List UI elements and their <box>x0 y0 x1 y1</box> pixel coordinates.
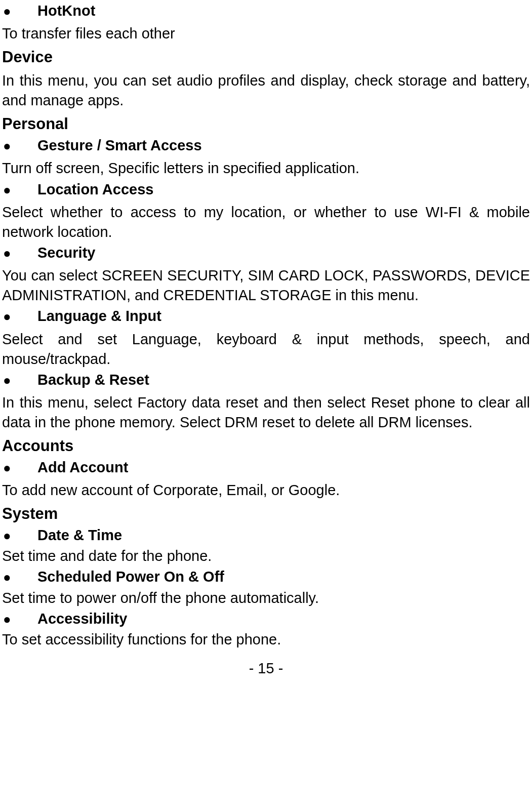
bullet-icon: ● <box>2 183 37 196</box>
bullet-icon: ● <box>2 461 37 474</box>
text-scheduled: Set time to power on/off the phone autom… <box>2 588 530 608</box>
bullet-label: Scheduled Power On & Off <box>37 567 224 587</box>
bullet-label: Location Access <box>37 180 153 199</box>
text-datetime: Set time and date for the phone. <box>2 546 530 566</box>
bullet-hotknot: ● HotKnot <box>2 1 530 21</box>
bullet-label: Backup & Reset <box>37 370 149 390</box>
heading-personal: Personal <box>2 113 530 135</box>
bullet-icon: ● <box>2 310 37 323</box>
bullet-label: Accessibility <box>37 609 127 629</box>
bullet-label: Gesture / Smart Access <box>37 136 202 155</box>
bullet-label: Security <box>37 243 95 263</box>
bullet-icon: ● <box>2 571 37 584</box>
text-security: You can select SCREEN SECURITY, SIM CARD… <box>2 266 530 305</box>
text-hotknot: To transfer files each other <box>2 24 530 44</box>
bullet-icon: ● <box>2 139 37 152</box>
bullet-gesture: ● Gesture / Smart Access <box>2 136 530 155</box>
bullet-security: ● Security <box>2 243 530 263</box>
text-accessibility: To set accessibility functions for the p… <box>2 630 530 650</box>
text-device: In this menu, you can set audio profiles… <box>2 71 530 110</box>
bullet-datetime: ● Date & Time <box>2 525 530 545</box>
bullet-label: Add Account <box>37 458 128 477</box>
bullet-icon: ● <box>2 374 37 387</box>
bullet-icon: ● <box>2 5 37 18</box>
text-language: Select and set Language, keyboard & inpu… <box>2 330 530 369</box>
bullet-icon: ● <box>2 247 37 260</box>
bullet-language: ● Language & Input <box>2 306 530 326</box>
bullet-icon: ● <box>2 613 37 626</box>
bullet-accessibility: ● Accessibility <box>2 609 530 629</box>
text-gesture: Turn off screen, Specific letters in spe… <box>2 158 530 178</box>
document-page: ● HotKnot To transfer files each other D… <box>0 1 532 678</box>
heading-accounts: Accounts <box>2 435 530 457</box>
bullet-backup: ● Backup & Reset <box>2 370 530 390</box>
heading-system: System <box>2 503 530 524</box>
text-addaccount: To add new account of Corporate, Email, … <box>2 480 530 500</box>
bullet-addaccount: ● Add Account <box>2 458 530 477</box>
bullet-icon: ● <box>2 529 37 542</box>
text-backup: In this menu, select Factory data reset … <box>2 393 530 432</box>
bullet-location: ● Location Access <box>2 180 530 199</box>
bullet-label: HotKnot <box>37 1 95 21</box>
heading-device: Device <box>2 47 530 68</box>
bullet-label: Language & Input <box>37 306 161 326</box>
text-location: Select whether to access to my location,… <box>2 202 530 242</box>
bullet-scheduled: ● Scheduled Power On & Off <box>2 567 530 587</box>
bullet-label: Date & Time <box>37 525 122 545</box>
page-number: - 15 - <box>2 659 530 678</box>
